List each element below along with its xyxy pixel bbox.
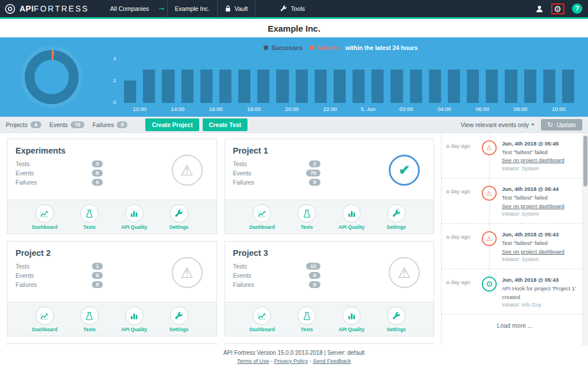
project-card: Project 2 Tests1Events0Failures0 ⚠ Dashb… (7, 241, 217, 336)
lock-icon (225, 5, 231, 12)
card-action-dashboard[interactable]: Dashboard (27, 306, 63, 332)
project-stat-row: Events0 (16, 272, 103, 279)
stat-events[interactable]: Events70 (49, 121, 84, 128)
stat-count-badge: 0 (117, 121, 127, 128)
event-body: Jun, 4th 2018 @ 05:44 Test "failtest" fa… (502, 184, 564, 218)
brand-logo[interactable]: APIFORTRESS (0, 3, 95, 14)
bar (257, 70, 269, 103)
brand-rest: FORTRESS (34, 4, 89, 13)
footer-version: API Fortress Version 15.0.0 2013-2018 | … (0, 350, 588, 356)
stat-label: Failures (92, 121, 114, 128)
event-initiator: Initiator: System (502, 210, 564, 218)
beaker-icon (80, 306, 99, 325)
project-stat-row: Tests3 (16, 160, 103, 167)
donut-chart (25, 50, 79, 104)
stat-value-badge: 0 (309, 281, 320, 288)
card-action-tests[interactable]: Tests (72, 306, 107, 332)
stat-value-badge: 12 (306, 263, 320, 270)
card-action-settings[interactable]: Settings (161, 306, 197, 332)
bar (467, 70, 479, 103)
events-timeline: a day ago ⚠ Jun, 4th 2018 @ 05:45 Test "… (441, 133, 588, 346)
load-more-button[interactable]: Load more ... (442, 315, 588, 336)
project-card: Experiments Tests3Events0Failures0 ⚠ Das… (7, 139, 217, 234)
stat-failures[interactable]: Failures0 (92, 121, 127, 128)
user-icon[interactable] (535, 5, 544, 13)
stat-name: Tests (233, 263, 247, 270)
event-body: Jun, 4th 2018 @ 05:43 API Hook for proje… (502, 275, 579, 309)
footer-link[interactable]: Privacy Policy (274, 358, 308, 364)
stat-projects[interactable]: Projects4 (6, 121, 41, 128)
vault-button[interactable]: Vault (218, 0, 256, 17)
gear-icon[interactable]: ⚙ (554, 5, 562, 13)
x-tick-label: 18:00 (235, 106, 273, 113)
card-action-label: Tests (83, 224, 96, 230)
timeline-scrollbar[interactable] (582, 133, 588, 346)
event-date: Jun, 4th 2018 @ 05:45 (502, 140, 564, 148)
card-action-label: Dashboard (32, 327, 57, 332)
card-action-dashboard[interactable]: Dashboard (27, 204, 63, 230)
timeline-list: a day ago ⚠ Jun, 4th 2018 @ 05:45 Test "… (442, 133, 588, 315)
project-stat-row: Tests2 (233, 160, 320, 167)
event-link[interactable]: See on project dashboard (502, 248, 564, 256)
bar-chart-icon (125, 306, 144, 325)
line-chart-icon (253, 306, 271, 325)
card-action-tests[interactable]: Tests (289, 204, 324, 230)
stat-value-badge: 1 (92, 263, 103, 270)
card-action-dashboard[interactable]: Dashboard (244, 306, 280, 332)
x-tick-label: 5. Jun (349, 106, 387, 113)
bar (276, 70, 288, 103)
create-test-button[interactable]: Create Test (203, 118, 247, 131)
update-button[interactable]: ↻ Update (541, 119, 582, 131)
card-action-tests[interactable]: Tests (72, 204, 107, 230)
create-project-button[interactable]: Create Project (145, 118, 199, 131)
card-action-settings[interactable]: Settings (161, 204, 197, 230)
card-action-settings[interactable]: Settings (378, 204, 414, 230)
beaker-icon (80, 204, 99, 223)
stat-count-badge: 4 (30, 121, 41, 128)
current-company[interactable]: Example Inc. (167, 0, 218, 17)
card-action-dashboard[interactable]: Dashboard (244, 204, 280, 230)
x-tick-label: 16:00 (197, 106, 235, 113)
event-initiator: Initiator: System (502, 165, 564, 173)
event-icon: ⚠ (482, 186, 497, 201)
status-icon: ⚠ (172, 155, 203, 186)
event-link[interactable]: See on project dashboard (502, 156, 564, 165)
card-action-api-quality[interactable]: API Quality (117, 204, 152, 230)
card-actions: DashboardTestsAPI QualitySettings (7, 200, 216, 233)
card-action-api-quality[interactable]: API Quality (334, 204, 369, 230)
card-action-tests[interactable]: Tests (289, 306, 324, 332)
bar (124, 80, 136, 103)
bar (543, 70, 555, 103)
warning-icon: ⚠ (486, 190, 493, 197)
stat-value-badge: 0 (92, 272, 103, 279)
tools-label: Tools (291, 5, 305, 12)
company-selector-all[interactable]: All Companies (103, 0, 157, 17)
stat-name: Events (16, 170, 34, 177)
card-action-api-quality[interactable]: API Quality (117, 306, 152, 332)
x-tick-label: 14:00 (158, 106, 196, 113)
card-action-api-quality[interactable]: API Quality (334, 306, 369, 332)
scrollbar-thumb[interactable] (583, 136, 587, 186)
event-link[interactable]: See on project dashboard (502, 202, 564, 211)
line-chart-icon (253, 204, 271, 223)
bar-chart-icon (125, 204, 144, 223)
help-button[interactable]: ? (572, 3, 582, 14)
card-action-label: Settings (169, 224, 189, 230)
x-tick-label: 12:00 (121, 106, 158, 113)
events-filter-dropdown[interactable]: View relevant events only ▾ (461, 121, 534, 128)
card-action-label: Tests (300, 224, 313, 230)
event-initiator: Initiator: Info Guy (502, 301, 579, 309)
stat-value-badge: 0 (309, 272, 320, 279)
arrow-right-icon: ➞ (157, 5, 167, 13)
bar (315, 70, 327, 103)
bar (181, 70, 194, 103)
card-action-label: Settings (386, 327, 406, 332)
card-action-label: Settings (386, 224, 406, 230)
footer-link[interactable]: Terms of Use (237, 358, 269, 364)
event-text: Test "failtest" failed (502, 239, 564, 248)
tools-button[interactable]: Tools (273, 0, 312, 17)
footer-link[interactable]: Send Feedback (313, 358, 351, 364)
bar (390, 70, 403, 103)
card-action-settings[interactable]: Settings (378, 306, 414, 332)
project-stat-row: Failures0 (233, 281, 320, 288)
